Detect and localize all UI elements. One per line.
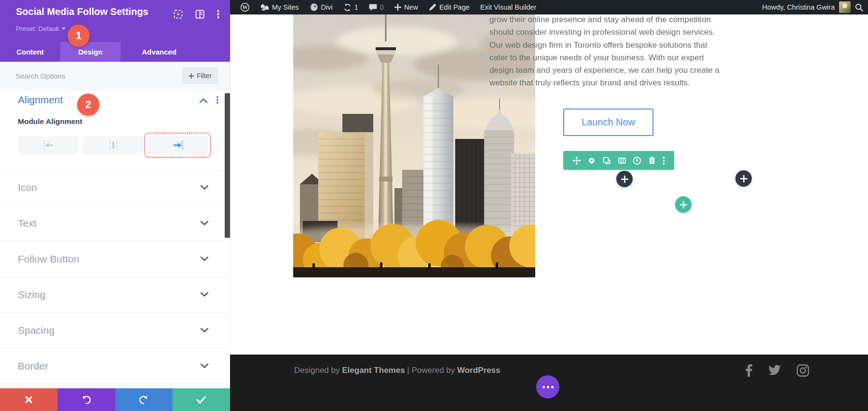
tab-design[interactable]: Design bbox=[60, 42, 121, 62]
my-sites-icon bbox=[260, 3, 269, 11]
exit-visual-builder[interactable]: Exit Visual Builder bbox=[475, 0, 542, 14]
align-right-button[interactable] bbox=[148, 136, 208, 154]
align-center-icon bbox=[104, 140, 123, 151]
elegant-themes-link[interactable]: Elegant Themes bbox=[342, 366, 405, 375]
facebook-icon[interactable] bbox=[746, 364, 752, 377]
edit-page-menu[interactable]: Edit Page bbox=[423, 0, 475, 14]
paragraph-line: website that truly reflects your brand a… bbox=[489, 77, 721, 89]
tab-content[interactable]: Content bbox=[0, 42, 60, 62]
howdy-account-menu[interactable]: Howdy, Christina Gwira bbox=[762, 3, 835, 11]
expand-modal-icon[interactable] bbox=[174, 10, 183, 21]
add-row-button[interactable] bbox=[675, 196, 692, 213]
search-options-input[interactable] bbox=[15, 68, 160, 83]
undo-button[interactable] bbox=[57, 388, 115, 411]
panel-title: Social Media Follow Settings bbox=[16, 6, 148, 17]
settings-panel-header: Social Media Follow Settings Preset: Def… bbox=[0, 0, 230, 62]
footer-credits: Designed by Elegant Themes | Powered by … bbox=[294, 366, 500, 375]
align-center-button[interactable] bbox=[83, 136, 143, 154]
avatar[interactable] bbox=[839, 1, 851, 13]
more-options-icon[interactable] bbox=[217, 10, 219, 21]
section-text[interactable]: Text bbox=[0, 206, 230, 241]
settings-tabs: Content Design Advanced bbox=[0, 42, 230, 62]
divi-visual-builder: Social Media Follow Settings Preset: Def… bbox=[0, 0, 868, 411]
filter-button[interactable]: Filter bbox=[182, 68, 218, 84]
paragraph-line: cater to the unique needs of your busine… bbox=[489, 52, 721, 64]
add-module-button[interactable] bbox=[616, 171, 633, 187]
step-badge-2: 2 bbox=[77, 94, 99, 116]
divi-menu[interactable]: Divi bbox=[304, 0, 338, 14]
divi-icon bbox=[310, 3, 318, 12]
page-settings-toggle-button[interactable] bbox=[536, 375, 559, 398]
chevron-down-icon bbox=[200, 183, 209, 192]
duplicate-icon[interactable] bbox=[602, 156, 611, 165]
section-follow-button[interactable]: Follow Button bbox=[0, 242, 230, 277]
alignment-section-title[interactable]: Alignment bbox=[18, 94, 63, 106]
redo-button[interactable] bbox=[115, 388, 173, 411]
alignment-section: Alignment Module Alignment bbox=[0, 90, 230, 170]
trash-icon[interactable] bbox=[648, 156, 656, 165]
chevron-down-icon bbox=[200, 255, 209, 263]
settings-gear-icon[interactable] bbox=[587, 156, 596, 165]
chevron-down-icon bbox=[200, 362, 209, 370]
wp-admin-bar: W My Sites Divi 1 0 New bbox=[230, 0, 868, 14]
page-canvas: grow their online presence and stay ahea… bbox=[231, 14, 868, 355]
site-footer: Designed by Elegant Themes | Powered by … bbox=[230, 355, 868, 411]
search-options-row: Filter bbox=[0, 62, 230, 90]
plus-icon bbox=[394, 4, 401, 11]
settings-panel: Social Media Follow Settings Preset: Def… bbox=[0, 0, 230, 411]
paragraph-line: Our web design firm in Toronto offers be… bbox=[489, 39, 721, 52]
chevron-down-icon bbox=[200, 326, 209, 335]
chevron-down-icon bbox=[200, 290, 209, 299]
module-alignment-label: Module Alignment bbox=[18, 117, 82, 126]
my-sites-menu[interactable]: My Sites bbox=[255, 0, 304, 14]
updates-menu[interactable]: 1 bbox=[338, 0, 364, 14]
section-border[interactable]: Border bbox=[0, 349, 230, 384]
wordpress-logo-icon: W bbox=[240, 2, 250, 12]
section-spacing[interactable]: Spacing bbox=[0, 313, 230, 348]
columns-icon[interactable] bbox=[618, 156, 626, 165]
module-alignment-options bbox=[18, 136, 208, 154]
module-toolbar bbox=[563, 151, 674, 170]
panel-scrollbar[interactable] bbox=[225, 93, 230, 238]
save-to-library-icon[interactable] bbox=[633, 156, 641, 165]
tab-advanced[interactable]: Advanced bbox=[121, 42, 198, 62]
new-content-menu[interactable]: New bbox=[389, 0, 423, 14]
svg-text:W: W bbox=[242, 4, 248, 10]
section-menu-icon[interactable] bbox=[217, 96, 218, 106]
section-sizing[interactable]: Sizing bbox=[0, 277, 230, 313]
step-badge-1: 1 bbox=[68, 25, 90, 47]
split-view-icon[interactable] bbox=[195, 10, 204, 21]
cancel-button[interactable] bbox=[0, 388, 57, 411]
comments-menu[interactable]: 0 bbox=[364, 0, 389, 14]
add-module-button[interactable] bbox=[735, 170, 752, 187]
align-left-button[interactable] bbox=[18, 136, 79, 154]
more-icon[interactable] bbox=[663, 156, 665, 165]
close-icon bbox=[25, 396, 33, 404]
plus-icon bbox=[680, 201, 687, 208]
paragraph-line: should consider investing in professiona… bbox=[489, 26, 721, 39]
undo-icon bbox=[81, 395, 92, 405]
section-icon[interactable]: Icon bbox=[0, 170, 230, 206]
preset-selector[interactable]: Preset: Default bbox=[16, 25, 66, 32]
paragraph-line: grow their online presence and stay ahea… bbox=[489, 14, 721, 26]
comments-icon bbox=[369, 4, 377, 11]
chevron-down-icon bbox=[200, 219, 209, 228]
check-icon bbox=[196, 396, 206, 404]
search-icon[interactable] bbox=[855, 3, 863, 12]
wp-logo-menu[interactable]: W bbox=[235, 0, 255, 14]
chevron-down-icon bbox=[62, 27, 66, 30]
filter-label: Filter bbox=[197, 72, 212, 80]
pencil-icon bbox=[429, 3, 436, 11]
twitter-icon[interactable] bbox=[768, 365, 781, 376]
collapse-chevron-up-icon[interactable] bbox=[199, 96, 208, 105]
update-icon bbox=[343, 3, 352, 12]
move-icon[interactable] bbox=[572, 156, 581, 165]
wordpress-link[interactable]: WordPress bbox=[457, 366, 500, 375]
align-right-icon bbox=[168, 140, 188, 151]
footer-social-icons bbox=[746, 364, 809, 377]
preset-label: Preset: Default bbox=[16, 25, 59, 32]
launch-now-button[interactable]: Launch Now bbox=[563, 109, 653, 136]
instagram-icon[interactable] bbox=[797, 364, 809, 377]
save-button[interactable] bbox=[173, 388, 230, 411]
plus-icon bbox=[189, 73, 194, 79]
